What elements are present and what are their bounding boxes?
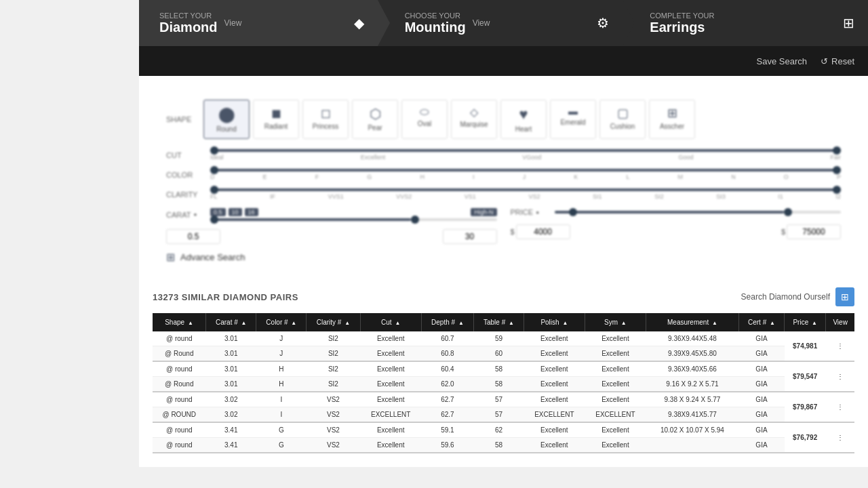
- cell-clarity: SI2: [307, 361, 361, 377]
- col-sym[interactable]: Sym ▲: [585, 313, 646, 331]
- shape-marquise[interactable]: ◇ Marquise: [451, 100, 497, 139]
- shape-asscher[interactable]: ⊞ Asscher: [649, 100, 695, 139]
- action-menu-icon[interactable]: ⋮: [833, 340, 847, 353]
- shape-oval[interactable]: ⬭ Oval: [401, 100, 448, 139]
- col-table[interactable]: Table # ▲: [474, 313, 524, 331]
- shape-asscher-label: Asscher: [660, 123, 684, 130]
- carat-thumb-left[interactable]: [210, 216, 218, 224]
- col-measurement[interactable]: Measurement ▲: [646, 313, 738, 331]
- carat-fill: [210, 218, 411, 221]
- col-depth[interactable]: Depth # ▲: [421, 313, 473, 331]
- earrings-grid-icon: ⊞: [843, 15, 854, 31]
- cell-depth: 62.7: [421, 392, 473, 407]
- shape-princess[interactable]: ◻ Princess: [302, 100, 349, 139]
- col-polish[interactable]: Polish ▲: [524, 313, 585, 331]
- cell-carat: 3.41: [206, 422, 256, 438]
- cell-depth: 60.8: [421, 346, 473, 362]
- cut-thumb-left[interactable]: [210, 146, 218, 155]
- color-thumb-right[interactable]: [833, 166, 841, 174]
- clarity-thumb-right[interactable]: [833, 186, 841, 194]
- shape-heart[interactable]: ♥ Heart: [500, 100, 547, 139]
- cell-table: 57: [474, 392, 524, 407]
- col-clarity[interactable]: Clarity # ▲: [307, 313, 361, 331]
- cell-sym: EXCELLENT: [585, 407, 646, 423]
- cell-cert: GIA: [738, 331, 784, 346]
- col-cert[interactable]: Cert # ▲: [738, 313, 784, 331]
- clarity-thumb-left[interactable]: [210, 186, 218, 194]
- sort-clarity-icon: ▲: [344, 320, 350, 326]
- cell-sym: Excellent: [585, 422, 646, 438]
- action-menu-icon[interactable]: ⋮: [833, 431, 847, 445]
- reset-button[interactable]: ↺ Reset: [821, 56, 854, 66]
- sort-shape-icon: ▲: [188, 320, 193, 326]
- col-shape[interactable]: Shape ▲: [153, 313, 206, 331]
- sort-cut-icon: ▲: [395, 320, 400, 326]
- wizard-step-mounting-content: Choose your Mounting: [405, 12, 466, 35]
- sort-sym-icon: ▲: [621, 320, 627, 326]
- search-similar-button[interactable]: ⊞: [835, 287, 854, 306]
- cell-clarity: VS2: [307, 392, 361, 407]
- cell-action[interactable]: ⋮: [826, 392, 854, 422]
- price-min-input[interactable]: [516, 224, 570, 239]
- price-slider[interactable]: [555, 211, 842, 214]
- price-thumb-right[interactable]: [784, 208, 792, 216]
- shape-round-label: Round: [216, 125, 236, 133]
- table-row: @ Round 3.01 H SI2 Excellent 62.0 58 Exc…: [153, 377, 854, 392]
- cut-thumb-right[interactable]: [833, 146, 841, 155]
- color-slider[interactable]: D E F G H I J K L M N O P: [210, 169, 841, 180]
- cell-cut: EXCELLENT: [360, 407, 421, 423]
- cell-color: J: [256, 346, 307, 362]
- advance-search[interactable]: ⊞ Advance Search: [166, 251, 841, 264]
- wizard-step-mounting-view[interactable]: View: [473, 18, 490, 28]
- cell-action[interactable]: ⋮: [826, 361, 854, 392]
- wizard-step-mounting[interactable]: Choose your Mounting View ⚙: [378, 0, 623, 46]
- carat-slider[interactable]: 0.5 10 16 High-N: [210, 208, 497, 221]
- wizard-step-diamond-view[interactable]: View: [224, 18, 242, 28]
- save-search-button[interactable]: Save Search: [757, 56, 807, 66]
- action-menu-icon[interactable]: ⋮: [833, 401, 847, 414]
- shape-cushion[interactable]: ▢ Cushion: [599, 100, 646, 139]
- wizard-step-diamond[interactable]: Select Your Diamond View ◆: [139, 0, 378, 46]
- wizard-step-earrings[interactable]: Complete Your Earrings ⊞: [623, 0, 868, 46]
- col-price[interactable]: Price ▲: [785, 313, 826, 331]
- shape-label: SHAPE: [166, 115, 200, 123]
- shape-emerald[interactable]: ▬ Emerald: [550, 100, 596, 139]
- cut-slider[interactable]: Ideal Excellent VGood Good Fair: [210, 149, 841, 161]
- cell-shape: @ round: [153, 361, 206, 377]
- carat-min-input[interactable]: [166, 229, 220, 244]
- shape-pear-label: Pear: [368, 124, 382, 131]
- cell-polish: Excellent: [524, 361, 585, 377]
- col-view: View: [826, 313, 854, 331]
- col-cut[interactable]: Cut ▲: [360, 313, 421, 331]
- cell-shape: @ round: [153, 331, 206, 346]
- mounting-settings-icon: ⚙: [597, 15, 609, 31]
- diamond-shape-icon: ◆: [354, 15, 364, 31]
- cell-action[interactable]: ⋮: [826, 422, 854, 453]
- shape-row: SHAPE ⬤ Round ◼ Radiant ◻ Princess ⬡ Pea…: [166, 100, 841, 139]
- carat-thumb-right[interactable]: [411, 216, 419, 224]
- cell-table: 59: [474, 331, 524, 346]
- cell-action[interactable]: ⋮: [826, 331, 854, 361]
- shape-radiant[interactable]: ◼ Radiant: [253, 100, 299, 139]
- price-thumb-left[interactable]: [569, 208, 577, 216]
- color-track: [210, 169, 841, 171]
- asscher-icon: ⊞: [667, 106, 677, 121]
- wizard-step-diamond-pretitle: Select Your: [159, 12, 218, 20]
- wizard-step-earrings-content: Complete Your Earrings: [650, 12, 714, 35]
- cell-polish: Excellent: [524, 422, 585, 438]
- price-max-input[interactable]: [787, 224, 841, 239]
- color-label: COLOR: [166, 171, 203, 179]
- filter-section: SHAPE ⬤ Round ◼ Radiant ◻ Princess ⬡ Pea…: [153, 89, 854, 274]
- color-thumb-left[interactable]: [210, 166, 218, 174]
- carat-max-input[interactable]: [443, 229, 497, 244]
- cell-measurement: 9.36X9.40X5.66: [646, 361, 738, 377]
- shape-round[interactable]: ⬤ Round: [203, 100, 250, 139]
- shape-radiant-label: Radiant: [264, 123, 288, 130]
- col-carat[interactable]: Carat # ▲: [206, 313, 256, 331]
- wizard-step-mounting-title: Mounting: [405, 20, 466, 35]
- col-color[interactable]: Color # ▲: [256, 313, 307, 331]
- shape-pear[interactable]: ⬡ Pear: [352, 100, 398, 139]
- action-menu-icon[interactable]: ⋮: [833, 370, 847, 384]
- cell-polish: Excellent: [524, 438, 585, 453]
- clarity-slider[interactable]: FL IF VVS1 VVS2 VS1 VS2 SI1 SI2 SI3 I1 I…: [210, 188, 841, 200]
